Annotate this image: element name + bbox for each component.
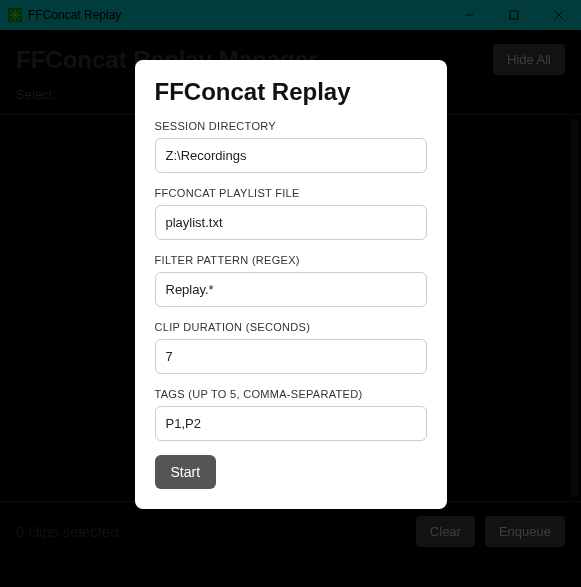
tags-input[interactable] [155, 406, 427, 441]
field-session-directory: SESSION DIRECTORY [155, 120, 427, 173]
field-clip-duration: CLIP DURATION (SECONDS) [155, 321, 427, 374]
playlist-file-input[interactable] [155, 205, 427, 240]
clip-duration-input[interactable] [155, 339, 427, 374]
session-directory-label: SESSION DIRECTORY [155, 120, 427, 132]
filter-pattern-label: FILTER PATTERN (REGEX) [155, 254, 427, 266]
playlist-file-label: FFCONCAT PLAYLIST FILE [155, 187, 427, 199]
clip-duration-label: CLIP DURATION (SECONDS) [155, 321, 427, 333]
modal-overlay: FFConcat Replay SESSION DIRECTORY FFCONC… [0, 0, 581, 587]
config-modal: FFConcat Replay SESSION DIRECTORY FFCONC… [135, 60, 447, 509]
field-filter-pattern: FILTER PATTERN (REGEX) [155, 254, 427, 307]
tags-label: TAGS (UP TO 5, COMMA-SEPARATED) [155, 388, 427, 400]
modal-title: FFConcat Replay [155, 78, 427, 106]
field-tags: TAGS (UP TO 5, COMMA-SEPARATED) [155, 388, 427, 441]
session-directory-input[interactable] [155, 138, 427, 173]
field-playlist-file: FFCONCAT PLAYLIST FILE [155, 187, 427, 240]
filter-pattern-input[interactable] [155, 272, 427, 307]
start-button[interactable]: Start [155, 455, 217, 489]
